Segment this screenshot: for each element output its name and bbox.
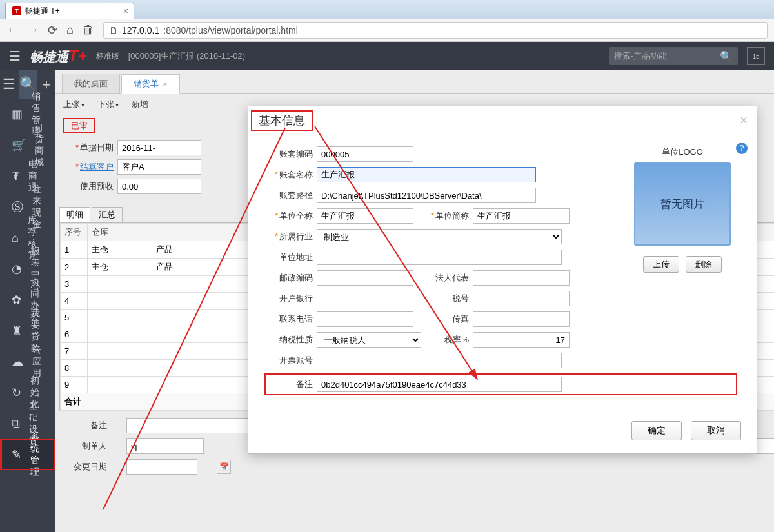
home-icon[interactable]: ⌂ <box>66 23 74 37</box>
page-icon: 🗋 <box>109 25 118 35</box>
reset-icon: ↻ <box>12 386 21 400</box>
fax-field[interactable] <box>473 311 570 327</box>
system-icon: ✎ <box>12 448 21 462</box>
customer-link[interactable]: 结算客户 <box>80 162 114 172</box>
change-date-field[interactable] <box>126 459 197 475</box>
loan-icon: ♜ <box>12 324 22 338</box>
col-wh: 仓库 <box>88 224 152 241</box>
ok-button[interactable]: 确定 <box>631 421 682 440</box>
upload-button[interactable]: 上传 <box>643 256 679 273</box>
calendar-icon[interactable]: 15 <box>747 47 765 65</box>
status-badge: 已审 <box>63 118 95 133</box>
url-box[interactable]: 🗋 127.0.0.1 :8080/tplus/view/portal/port… <box>103 22 768 39</box>
browser-tab-strip: T 畅捷通 T+ × <box>0 0 774 19</box>
breadcrumb: [000005]生产汇报 (2016-11-02) <box>128 50 245 62</box>
industry-select[interactable]: 制造业 <box>317 229 562 244</box>
logo-block: 单位LOGO 暂无图片 上传 删除 <box>628 146 737 273</box>
sidebar-item-settings[interactable]: ⧉基础设置 <box>0 408 55 439</box>
sidebar-item-init[interactable]: ↻初始化 <box>0 377 55 408</box>
new-button[interactable]: 新增 <box>132 99 148 110</box>
org-full-field[interactable] <box>317 208 413 224</box>
org-short-field[interactable] <box>473 208 570 224</box>
cloud-icon: ☁ <box>12 355 23 369</box>
help-icon[interactable]: ? <box>736 143 748 154</box>
tax-kind-select[interactable]: 一般纳税人 <box>317 332 421 348</box>
caret-down-icon: ▾ <box>81 101 84 108</box>
tax-rate-field[interactable] <box>473 332 570 348</box>
favicon: T <box>12 6 21 15</box>
prev-button[interactable]: 上张▾ <box>63 99 84 110</box>
app-top-bar: ☰ 畅捷通 T+ 标准版 [000005]生产汇报 (2016-11-02) 搜… <box>0 42 774 70</box>
sidebar-item-system[interactable]: ✎系统管理 <box>0 439 55 470</box>
tab-desktop[interactable]: 我的桌面 <box>62 74 120 93</box>
tab-title: 畅捷通 T+ <box>25 6 60 17</box>
col-no: 序号 <box>61 224 88 241</box>
settings-icon: ⧉ <box>12 417 20 431</box>
back-icon[interactable]: ← <box>6 23 18 37</box>
address-bar: ← → ⟳ ⌂ 🗑 🗋 127.0.0.1 :8080/tplus/view/p… <box>0 19 774 42</box>
sidebar-item-inventory[interactable]: ⌂库存核算 <box>0 222 55 253</box>
doc-date-field[interactable] <box>117 140 201 155</box>
legal-rep-field[interactable] <box>473 270 570 286</box>
account-path-field[interactable] <box>317 188 536 203</box>
basic-info-dialog: 基本信息 × ? 单位LOGO 暂无图片 上传 删除 账套编码 *账套名称 账套… <box>248 106 757 454</box>
address-field[interactable] <box>317 250 562 265</box>
money-icon: Ⓢ <box>12 199 23 215</box>
warehouse-icon: ⌂ <box>12 232 19 245</box>
workspace-tabs: 我的桌面 销货单× <box>55 70 774 94</box>
tab-sales-order[interactable]: 销货单× <box>121 74 180 94</box>
delete-button[interactable]: 删除 <box>686 256 722 273</box>
flower-icon: ✿ <box>12 293 21 307</box>
search-placeholder: 搜索-产品功能 <box>614 50 667 62</box>
app-version: 标准版 <box>96 51 119 62</box>
subtab-detail[interactable]: 明细 <box>59 207 90 222</box>
caret-down-icon: ▾ <box>115 101 119 108</box>
dialog-title: 基本信息 <box>251 110 313 131</box>
url-path: :8080/tplus/view/portal/portal.html <box>163 25 298 35</box>
sidebar: ☰ 🔍 ＋ ▥销售管理 🛒订货商城 ₮电商通 Ⓢ往来现金 ⌂库存核算 ◔报表中心… <box>0 70 55 532</box>
search-icon[interactable]: 🔍 <box>720 50 733 63</box>
prepay-field[interactable] <box>117 179 201 194</box>
remark-field[interactable] <box>317 377 562 392</box>
sidebar-item-ecommerce[interactable]: ₮电商通 <box>0 161 55 192</box>
customer-field[interactable] <box>117 159 201 175</box>
sidebar-item-loan[interactable]: ♜我要贷款 <box>0 315 55 346</box>
phone-field[interactable] <box>317 311 413 327</box>
url-host: 127.0.0.1 <box>122 25 159 35</box>
cancel-button[interactable]: 取消 <box>691 421 741 440</box>
trash-icon[interactable]: 🗑 <box>83 23 94 37</box>
bank-field[interactable] <box>317 291 413 306</box>
next-button[interactable]: 下张▾ <box>97 99 119 110</box>
browser-tab[interactable]: T 畅捷通 T+ × <box>5 3 134 19</box>
invoice-acct-field[interactable] <box>317 353 562 368</box>
forward-icon[interactable]: → <box>27 23 39 37</box>
sidebar-item-sales[interactable]: ▥销售管理 <box>0 99 55 130</box>
calendar-icon[interactable]: 📅 <box>217 460 231 474</box>
zipcode-field[interactable] <box>317 270 413 286</box>
maker-field[interactable] <box>126 438 204 454</box>
cart-icon: 🛒 <box>12 138 26 152</box>
sidebar-item-order-mall[interactable]: 🛒订货商城 <box>0 130 55 161</box>
close-tab-icon[interactable]: × <box>123 6 128 16</box>
logo-placeholder: 暂无图片 <box>634 162 731 246</box>
sidebar-item-collab[interactable]: ✿协同办公 <box>0 284 55 315</box>
reload-icon[interactable]: ⟳ <box>48 23 57 37</box>
bar-chart-icon: ▥ <box>12 107 23 121</box>
sidebar-item-cloud[interactable]: ☁云应用 <box>0 346 55 377</box>
subtab-summary[interactable]: 汇总 <box>92 207 123 222</box>
app-logo: 畅捷通 T+ <box>30 47 87 66</box>
sidebar-menu-icon[interactable]: ☰ <box>0 70 19 99</box>
logo-label: 单位LOGO <box>628 146 737 158</box>
account-name-field[interactable] <box>317 167 536 182</box>
account-code-field[interactable] <box>317 146 413 162</box>
close-icon[interactable]: × <box>740 113 748 128</box>
menu-icon[interactable]: ☰ <box>9 48 21 64</box>
search-input[interactable]: 搜索-产品功能 🔍 <box>609 47 738 65</box>
taxno-field[interactable] <box>473 291 570 306</box>
close-tab-icon[interactable]: × <box>163 79 168 89</box>
ecom-icon: ₮ <box>12 169 19 183</box>
pie-icon: ◔ <box>12 262 22 276</box>
